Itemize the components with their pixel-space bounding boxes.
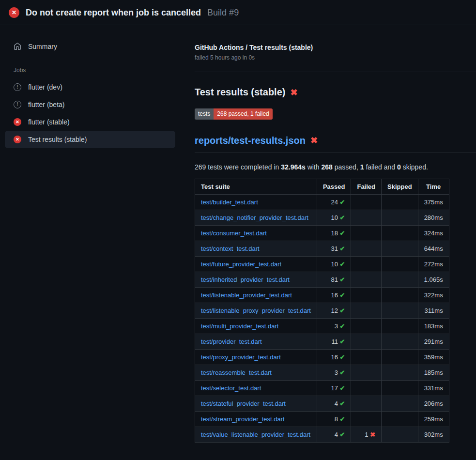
test-suite-link[interactable]: test/context_test.dart [201, 245, 260, 252]
failed-cell [351, 225, 382, 241]
test-suite-link[interactable]: test/change_notifier_provider_test.dart [201, 214, 308, 221]
suite-cell: test/selector_test.dart [195, 380, 317, 396]
check-icon: ✔ [340, 291, 345, 299]
suite-cell: test/stateful_provider_test.dart [195, 396, 317, 411]
check-icon: ✔ [340, 199, 345, 206]
failed-status-icon: ✕ [9, 7, 19, 18]
col-header-skipped: Skipped [382, 179, 418, 194]
passed-cell: 24 ✔ [317, 194, 351, 210]
tests-badge: tests 268 passed, 1 failed [195, 108, 273, 120]
failed-cell [351, 303, 382, 318]
check-icon: ✔ [340, 214, 345, 221]
check-icon: ✔ [340, 261, 345, 268]
badge-label: tests [195, 108, 214, 120]
check-icon: ✔ [340, 245, 345, 252]
time-cell: 359ms [418, 349, 449, 365]
results-table: Test suite Passed Failed Skipped Time te… [195, 179, 449, 443]
sidebar-item-job[interactable]: !flutter (beta) [5, 96, 175, 113]
passed-cell: 4 ✔ [317, 427, 351, 442]
warning-status-icon: ! [14, 101, 21, 108]
check-icon: ✔ [340, 322, 345, 330]
test-suite-link[interactable]: test/provider_test.dart [201, 338, 262, 345]
sidebar-jobs: !flutter (dev)!flutter (beta)✕flutter (s… [5, 78, 175, 148]
table-row: test/inherited_provider_test.dart81 ✔1.0… [195, 272, 449, 287]
failed-cell [351, 334, 382, 349]
test-suite-link[interactable]: test/multi_provider_test.dart [201, 322, 278, 330]
time-cell: 280ms [418, 210, 449, 225]
check-icon: ✔ [340, 400, 345, 407]
skipped-cell [382, 256, 418, 272]
time-cell: 272ms [418, 256, 449, 272]
failed-cell: 1 ✖ [351, 427, 382, 442]
home-icon [14, 43, 21, 50]
sidebar-item-job[interactable]: ✕flutter (stable) [5, 113, 175, 131]
passed-cell: 8 ✔ [317, 411, 351, 427]
results-table-head: Test suite Passed Failed Skipped Time [195, 179, 449, 194]
skipped-cell [382, 318, 418, 334]
summary-line: 269 tests were completed in 32.964s with… [195, 163, 461, 171]
skipped-cell [382, 303, 418, 318]
table-row: test/listenable_provider_test.dart16 ✔32… [195, 287, 449, 303]
table-row: test/consumer_test.dart18 ✔324ms [195, 225, 449, 241]
skipped-cell [382, 194, 418, 210]
failed-x-icon: ✖ [310, 135, 318, 146]
suite-cell: test/provider_test.dart [195, 334, 317, 349]
test-suite-link[interactable]: test/builder_test.dart [201, 199, 258, 206]
sidebar-item-summary[interactable]: Summary [5, 38, 175, 55]
failed-cell [351, 256, 382, 272]
failed-status-icon: ✕ [14, 118, 21, 126]
breadcrumb: GitHub Actions / Test results (stable) [195, 44, 461, 51]
passed-cell: 81 ✔ [317, 272, 351, 287]
passed-cell: 16 ✔ [317, 287, 351, 303]
check-icon: ✔ [340, 369, 345, 376]
table-row: test/listenable_proxy_provider_test.dart… [195, 303, 449, 318]
test-suite-link[interactable]: test/listenable_provider_test.dart [201, 291, 292, 299]
check-icon: ✔ [340, 415, 345, 423]
test-suite-link[interactable]: test/proxy_provider_test.dart [201, 353, 281, 361]
badge-value: 268 passed, 1 failed [214, 108, 272, 120]
suite-cell: test/change_notifier_provider_test.dart [195, 210, 317, 225]
test-suite-link[interactable]: test/reassemble_test.dart [201, 369, 272, 376]
job-label: flutter (stable) [28, 118, 70, 126]
failed-x-icon: ✖ [290, 87, 297, 98]
report-file-link[interactable]: reports/test-results.json [195, 135, 306, 146]
test-suite-link[interactable]: test/future_provider_test.dart [201, 261, 281, 268]
sidebar-item-job[interactable]: ✕Test results (stable) [5, 131, 175, 148]
suite-cell: test/listenable_provider_test.dart [195, 287, 317, 303]
table-row: test/value_listenable_provider_test.dart… [195, 427, 449, 442]
jobs-heading: Jobs [14, 67, 175, 74]
section-title: Test results (stable) [195, 87, 285, 98]
check-icon: ✔ [340, 230, 345, 237]
passed-cell: 3 ✔ [317, 365, 351, 380]
test-suite-link[interactable]: test/consumer_test.dart [201, 230, 267, 237]
skipped-cell [382, 272, 418, 287]
suite-cell: test/proxy_provider_test.dart [195, 349, 317, 365]
skipped-cell [382, 380, 418, 396]
check-icon: ✔ [340, 353, 345, 361]
passed-cell: 3 ✔ [317, 318, 351, 334]
test-suite-link[interactable]: test/inherited_provider_test.dart [201, 276, 290, 283]
skipped-cell [382, 427, 418, 442]
passed-cell: 16 ✔ [317, 349, 351, 365]
suite-cell: test/future_provider_test.dart [195, 256, 317, 272]
check-icon: ✔ [340, 384, 345, 392]
test-suite-link[interactable]: test/value_listenable_provider_test.dart [201, 431, 310, 438]
section-heading: Test results (stable) ✖ [195, 87, 461, 98]
failed-cell [351, 210, 382, 225]
divider [195, 72, 476, 72]
time-cell: 206ms [418, 396, 449, 411]
suite-cell: test/consumer_test.dart [195, 225, 317, 241]
test-suite-link[interactable]: test/selector_test.dart [201, 384, 261, 392]
test-suite-link[interactable]: test/stream_provider_test.dart [201, 415, 285, 423]
sidebar-item-job[interactable]: !flutter (dev) [5, 78, 175, 96]
test-suite-link[interactable]: test/listenable_proxy_provider_test.dart [201, 307, 311, 314]
col-header-test-suite: Test suite [195, 179, 317, 194]
table-row: test/stateful_provider_test.dart4 ✔206ms [195, 396, 449, 411]
table-row: test/provider_test.dart11 ✔291ms [195, 334, 449, 349]
sidebar: Summary Jobs !flutter (dev)!flutter (bet… [0, 25, 180, 148]
build-header: ✕ Do not create report when job is cance… [0, 0, 476, 25]
time-cell: 311ms [418, 303, 449, 318]
table-row: test/builder_test.dart24 ✔375ms [195, 194, 449, 210]
passed-cell: 17 ✔ [317, 380, 351, 396]
test-suite-link[interactable]: test/stateful_provider_test.dart [201, 400, 286, 407]
